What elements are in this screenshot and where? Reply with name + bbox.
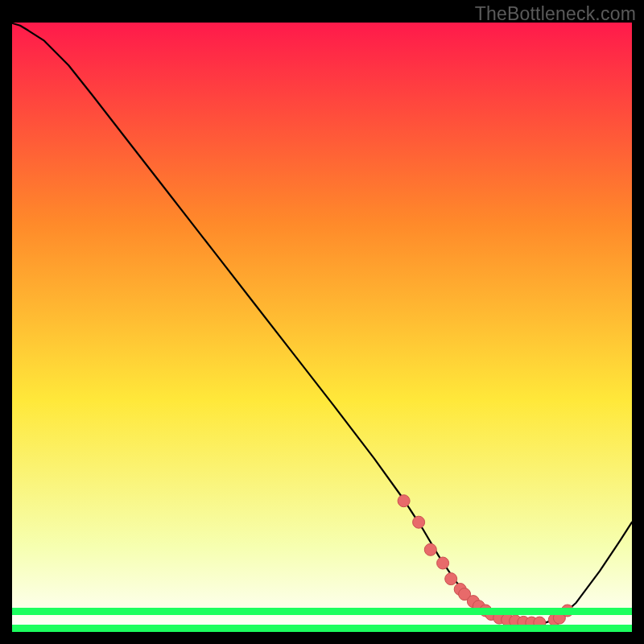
chart-stage: TheBottleneck.com <box>0 0 644 644</box>
green-band-lower <box>12 625 632 632</box>
bottleneck-curve-chart <box>0 0 644 644</box>
curve-marker <box>413 516 425 528</box>
curve-marker <box>445 573 457 585</box>
curve-marker <box>437 557 449 569</box>
curve-marker <box>424 543 436 555</box>
gradient-background <box>12 23 632 632</box>
watermark-text: TheBottleneck.com <box>475 3 636 25</box>
curve-marker <box>398 495 410 507</box>
green-band-upper <box>12 608 632 615</box>
